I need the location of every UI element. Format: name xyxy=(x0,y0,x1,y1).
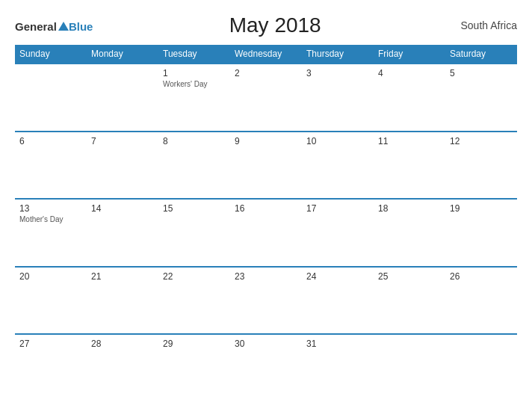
calendar-page: General Blue May 2018 South Africa Sunda… xyxy=(0,0,532,411)
day-number: 9 xyxy=(235,136,297,146)
calendar-cell: 5 xyxy=(445,64,517,132)
weekday-header-wednesday: Wednesday xyxy=(230,45,302,64)
day-number: 22 xyxy=(163,271,226,282)
day-number: 15 xyxy=(163,203,226,214)
calendar-cell: 10 xyxy=(302,132,374,200)
day-number: 23 xyxy=(235,271,297,282)
calendar-cell: 15 xyxy=(158,199,230,267)
logo-general-text: General xyxy=(15,21,57,32)
calendar-header-row: SundayMondayTuesdayWednesdayThursdayFrid… xyxy=(15,45,517,64)
holiday-label: Workers' Day xyxy=(163,80,226,88)
logo-triangle-icon xyxy=(58,22,69,31)
day-number: 27 xyxy=(19,339,82,349)
calendar-cell: 25 xyxy=(374,267,445,335)
day-number: 19 xyxy=(450,203,513,214)
calendar-cell: 28 xyxy=(87,334,158,402)
calendar-cell xyxy=(15,64,87,132)
calendar-cell: 11 xyxy=(374,132,445,200)
day-number: 30 xyxy=(235,339,297,349)
day-number: 3 xyxy=(306,68,369,78)
calendar-title: May 2018 xyxy=(93,13,457,37)
calendar-cell: 24 xyxy=(302,267,374,335)
week-row-5: 2728293031 xyxy=(15,334,517,402)
day-number: 28 xyxy=(91,339,154,349)
calendar-cell: 9 xyxy=(230,132,302,200)
calendar-cell xyxy=(87,64,158,132)
header: General Blue May 2018 South Africa xyxy=(15,13,517,37)
day-number: 16 xyxy=(235,203,297,214)
calendar-cell: 17 xyxy=(302,199,374,267)
week-row-3: 13Mother's Day141516171819 xyxy=(15,199,517,267)
calendar-cell: 30 xyxy=(230,334,302,402)
day-number: 18 xyxy=(378,203,441,214)
day-number: 7 xyxy=(91,136,154,146)
day-number: 10 xyxy=(306,136,369,146)
weekday-header-friday: Friday xyxy=(374,45,445,64)
calendar-cell: 22 xyxy=(158,267,230,335)
week-row-2: 6789101112 xyxy=(15,132,517,200)
calendar-cell: 3 xyxy=(302,64,374,132)
day-number: 24 xyxy=(306,271,369,282)
week-row-1: 1Workers' Day2345 xyxy=(15,64,517,132)
logo-blue-text: Blue xyxy=(69,21,93,32)
day-number: 14 xyxy=(91,203,154,214)
calendar-cell: 27 xyxy=(15,334,87,402)
calendar-cell: 26 xyxy=(445,267,517,335)
calendar-cell: 23 xyxy=(230,267,302,335)
day-number: 2 xyxy=(235,68,297,78)
day-number: 11 xyxy=(378,136,441,146)
weekday-header-saturday: Saturday xyxy=(445,45,517,64)
calendar-cell: 8 xyxy=(158,132,230,200)
day-number: 6 xyxy=(19,136,82,146)
day-number: 20 xyxy=(19,271,82,282)
calendar-cell: 4 xyxy=(374,64,445,132)
calendar-cell: 7 xyxy=(87,132,158,200)
calendar-cell: 16 xyxy=(230,199,302,267)
week-row-4: 20212223242526 xyxy=(15,267,517,335)
calendar-table: SundayMondayTuesdayWednesdayThursdayFrid… xyxy=(15,45,517,402)
weekday-header-thursday: Thursday xyxy=(302,45,374,64)
weekday-header-sunday: Sunday xyxy=(15,45,87,64)
calendar-cell: 19 xyxy=(445,199,517,267)
calendar-cell xyxy=(445,334,517,402)
day-number: 4 xyxy=(378,68,441,78)
calendar-cell: 13Mother's Day xyxy=(15,199,87,267)
day-number: 12 xyxy=(450,136,513,146)
calendar-cell: 31 xyxy=(302,334,374,402)
calendar-cell: 21 xyxy=(87,267,158,335)
calendar-cell: 1Workers' Day xyxy=(158,64,230,132)
day-number: 17 xyxy=(306,203,369,214)
country-label: South Africa xyxy=(457,19,517,31)
calendar-cell: 18 xyxy=(374,199,445,267)
weekday-header-tuesday: Tuesday xyxy=(158,45,230,64)
calendar-cell: 2 xyxy=(230,64,302,132)
day-number: 21 xyxy=(91,271,154,282)
day-number: 5 xyxy=(450,68,513,78)
day-number: 31 xyxy=(306,339,369,349)
calendar-cell xyxy=(374,334,445,402)
holiday-label: Mother's Day xyxy=(19,215,82,223)
calendar-cell: 20 xyxy=(15,267,87,335)
day-number: 13 xyxy=(19,203,82,214)
day-number: 29 xyxy=(163,339,226,349)
day-number: 25 xyxy=(378,271,441,282)
calendar-cell: 29 xyxy=(158,334,230,402)
calendar-cell: 12 xyxy=(445,132,517,200)
day-number: 1 xyxy=(163,68,226,78)
logo: General Blue xyxy=(15,19,93,32)
calendar-cell: 6 xyxy=(15,132,87,200)
weekday-header-monday: Monday xyxy=(87,45,158,64)
day-number: 8 xyxy=(163,136,226,146)
day-number: 26 xyxy=(450,271,513,282)
calendar-cell: 14 xyxy=(87,199,158,267)
